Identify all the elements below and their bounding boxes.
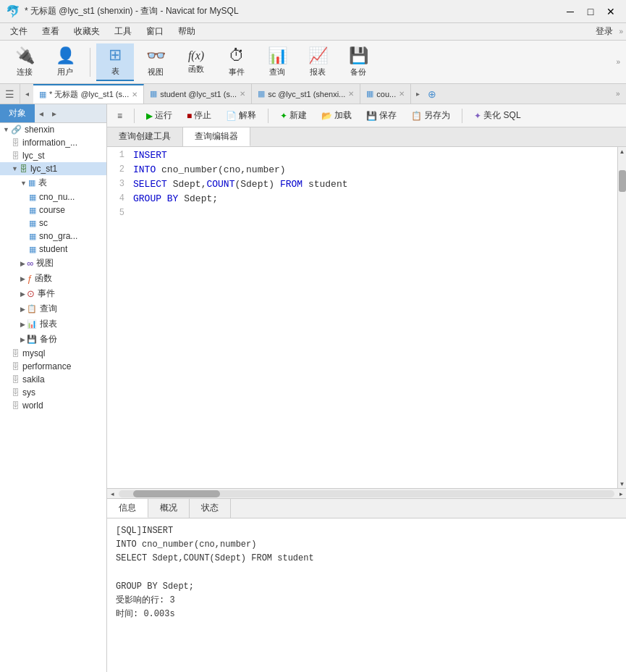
query-label: 查询 (269, 67, 285, 77)
sidebar-item-events[interactable]: ▶ ⊙ 事件 (0, 286, 106, 301)
backups-label: 备份 (40, 333, 57, 345)
sidebar-item-mysql[interactable]: 🗄 mysql (0, 347, 106, 360)
tab-sc-close[interactable]: ✕ (348, 90, 354, 98)
db-icon-performance: 🗄 (12, 362, 20, 371)
sidebar-item-backups[interactable]: ▶ 💾 备份 (0, 332, 106, 347)
bottom-tab-overview[interactable]: 概况 (148, 499, 190, 518)
toolbar-view[interactable]: 👓 视图 (137, 43, 174, 81)
stop-button[interactable]: ■ 停止 (181, 108, 217, 123)
new-button[interactable]: ✦ 新建 (274, 108, 313, 123)
save-as-button[interactable]: 📋 另存为 (405, 108, 456, 123)
menu-view[interactable]: 查看 (35, 24, 67, 39)
connect-label: 连接 (17, 67, 33, 77)
sidebar-item-performance[interactable]: 🗄 performance (0, 360, 106, 373)
tab-add-button[interactable]: ⊕ (424, 84, 440, 104)
scroll-down-arrow[interactable]: ▼ (618, 479, 626, 488)
sidebar-item-student[interactable]: ▦ student (0, 243, 106, 256)
function-label: 函数 (188, 64, 204, 75)
sidebar-item-shenxin[interactable]: ▼ 🔗 shenxin (0, 123, 106, 136)
scroll-up-arrow[interactable]: ▲ (618, 147, 626, 156)
toolbar-user[interactable]: 👤 用户 (46, 43, 84, 81)
menu-window[interactable]: 窗口 (139, 24, 171, 39)
tab-create-tool[interactable]: 查询创建工具 (107, 127, 183, 146)
sidebar-item-views[interactable]: ▶ ∞ 视图 (0, 256, 106, 271)
sidebar-item-functions[interactable]: ▶ ƒ 函数 (0, 271, 106, 286)
sidebar-toggle[interactable]: ☰ (0, 84, 20, 104)
load-button[interactable]: 📂 加载 (316, 108, 358, 123)
tab-student-close[interactable]: ✕ (240, 90, 245, 98)
code-editor[interactable]: 1 INSERT 2 INTO cno_number(cno,number) 3… (107, 147, 617, 488)
sidebar-tab-nav-left[interactable]: ◂ (35, 104, 48, 122)
sql-insert-label: [SQL]INSERT (116, 526, 173, 536)
sidebar-item-lyc_st[interactable]: 🗄 lyc_st (0, 149, 106, 162)
menu-file[interactable]: 文件 (3, 24, 35, 39)
sidebar-item-queries[interactable]: ▶ 📋 查询 (0, 301, 106, 316)
line-number-5: 5 (107, 208, 130, 218)
explain-button[interactable]: 📄 解释 (220, 108, 262, 123)
qt-sep-1 (134, 109, 135, 123)
tab-query-editor[interactable]: 查询编辑器 (183, 127, 250, 146)
queries-label: 查询 (40, 303, 57, 315)
sidebar-item-sys[interactable]: 🗄 sys (0, 386, 106, 399)
tab-untitled[interactable]: ▦ * 无标题 @lyc_st1 (s... ✕ (33, 84, 144, 104)
tab-nav-right[interactable]: ▸ (411, 84, 424, 104)
tab-untitled-close[interactable]: ✕ (132, 91, 138, 98)
sidebar-tab-nav-right[interactable]: ▸ (48, 104, 61, 122)
toolbar-backup[interactable]: 💾 备份 (339, 43, 377, 81)
sidebar-item-course[interactable]: ▦ course (0, 203, 106, 217)
toolbar-function[interactable]: f(x) 函数 (177, 43, 215, 81)
save-button[interactable]: 💾 保存 (360, 108, 402, 123)
sidebar-item-sno_grade[interactable]: ▦ sno_gra... (0, 230, 106, 243)
tab-cou-close[interactable]: ✕ (399, 90, 405, 98)
hamburger-button[interactable]: ≡ (111, 109, 128, 122)
affected-rows: 受影响的行: 3 (116, 594, 617, 608)
sidebar-item-lyc_st1[interactable]: ▼ 🗄 lyc_st1 (0, 162, 106, 175)
tab-cou[interactable]: ▦ cou... ✕ (360, 84, 411, 104)
app-icon: 🐬 (6, 4, 20, 18)
login-button[interactable]: 登录 (588, 24, 619, 39)
beautify-button[interactable]: ✦ 美化 SQL (468, 108, 526, 123)
run-button[interactable]: ▶ 运行 (140, 108, 178, 123)
tab-sc[interactable]: ▦ sc @lyc_st1 (shenxi... ✕ (252, 84, 360, 104)
sidebar-item-cno_number[interactable]: ▦ cno_nu... (0, 190, 106, 203)
backup-icon-sidebar: 💾 (27, 335, 37, 344)
info-tab-label: 信息 (119, 503, 136, 513)
toolbar-table[interactable]: ⊞ 表 (96, 43, 134, 81)
scroll-right-arrow[interactable]: ▸ (616, 489, 626, 499)
tab-nav-left[interactable]: ◂ (20, 84, 33, 104)
sidebar-item-sakila[interactable]: 🗄 sakila (0, 373, 106, 386)
sidebar-item-sc[interactable]: ▦ sc (0, 217, 106, 230)
tab-student[interactable]: ▦ student @lyc_st1 (s... ✕ (144, 84, 252, 104)
bottom-tab-info[interactable]: 信息 (107, 499, 148, 518)
sidebar-item-world[interactable]: 🗄 world (0, 399, 106, 412)
table-icon: ⊞ (109, 46, 122, 64)
horizontal-scrollbar[interactable]: ◂ ▸ (107, 488, 626, 498)
sidebar-item-information[interactable]: 🗄 information_... (0, 136, 106, 149)
maximize-button[interactable]: □ (581, 4, 600, 19)
menu-favorites[interactable]: 收藏夹 (67, 24, 107, 39)
minimize-button[interactable]: ─ (561, 4, 580, 19)
beautify-label: 美化 SQL (483, 109, 520, 122)
editor-right-scroll[interactable]: ▲ ▼ (617, 147, 626, 488)
close-button[interactable]: ✕ (601, 4, 620, 19)
toolbar-event[interactable]: ⏱ 事件 (218, 43, 255, 81)
toolbar-report[interactable]: 📈 报表 (299, 43, 337, 81)
line-number-2: 2 (107, 164, 130, 175)
sidebar-item-reports[interactable]: ▶ 📊 报表 (0, 316, 106, 332)
chevron-right-icon-views: ▶ (20, 260, 25, 267)
db-icon-info: 🗄 (12, 138, 20, 147)
scroll-thumb[interactable] (619, 170, 626, 192)
qt-sep-3 (462, 109, 462, 123)
menu-tools[interactable]: 工具 (107, 24, 139, 39)
db-icon-lyc_st1: 🗄 (20, 164, 28, 173)
sidebar-item-tables-group[interactable]: ▼ ▦ 表 (0, 175, 106, 190)
sidebar-tab-object[interactable]: 对象 (0, 104, 35, 122)
toolbar-connect[interactable]: 🔌 连接 (6, 43, 43, 81)
menu-help[interactable]: 帮助 (171, 24, 203, 39)
toolbar-query[interactable]: 📊 查询 (258, 43, 296, 81)
db-icon-sys: 🗄 (12, 388, 20, 397)
load-icon: 📂 (321, 111, 332, 121)
scroll-left-arrow[interactable]: ◂ (107, 489, 117, 499)
bottom-tab-status[interactable]: 状态 (190, 499, 231, 518)
scroll-thumb-h[interactable] (133, 490, 220, 497)
